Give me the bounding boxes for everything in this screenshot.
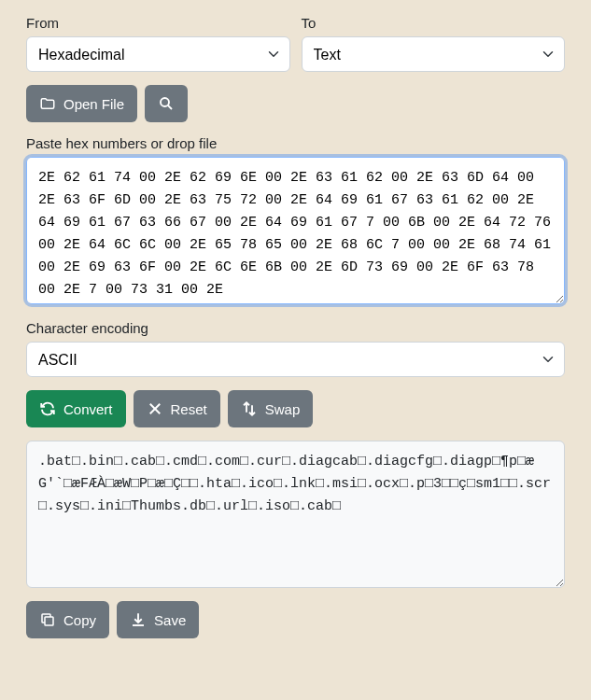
swap-label: Swap: [265, 401, 301, 417]
swap-button[interactable]: Swap: [228, 390, 314, 427]
save-label: Save: [154, 612, 186, 628]
convert-button[interactable]: Convert: [26, 390, 126, 427]
reset-button[interactable]: Reset: [134, 390, 220, 427]
refresh-icon: [39, 400, 56, 417]
download-icon: [130, 611, 147, 628]
from-select[interactable]: Hexadecimal: [26, 36, 290, 72]
close-icon: [147, 400, 163, 417]
search-button[interactable]: [145, 85, 188, 122]
reset-label: Reset: [171, 401, 207, 417]
swap-icon: [241, 400, 258, 417]
output-area: .bat□.bin□.cab□.cmd□.com□.cur□.diagcab□.…: [26, 441, 565, 588]
svg-line-1: [168, 105, 172, 109]
convert-label: Convert: [63, 401, 113, 417]
search-icon: [158, 95, 175, 112]
open-file-label: Open File: [63, 96, 124, 112]
folder-icon: [39, 95, 56, 112]
to-label: To: [302, 15, 566, 31]
input-label: Paste hex numbers or drop file: [26, 135, 565, 151]
save-button[interactable]: Save: [117, 601, 199, 638]
encoding-select[interactable]: ASCII: [26, 342, 565, 377]
svg-rect-4: [45, 617, 53, 625]
svg-point-0: [161, 98, 169, 106]
encoding-label: Character encoding: [26, 320, 565, 336]
hex-input[interactable]: [26, 157, 565, 304]
open-file-button[interactable]: Open File: [26, 85, 137, 122]
from-label: From: [26, 15, 290, 31]
copy-icon: [39, 611, 56, 628]
to-select[interactable]: Text: [302, 36, 566, 72]
copy-button[interactable]: Copy: [26, 601, 109, 638]
copy-label: Copy: [63, 612, 96, 628]
